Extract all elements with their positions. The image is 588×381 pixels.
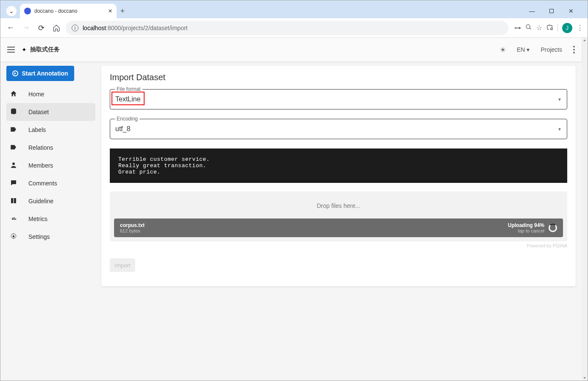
profile-avatar[interactable]: J bbox=[562, 23, 572, 33]
dropzone-text: Drop files here... bbox=[114, 202, 563, 209]
file-size: 612 bytes bbox=[120, 228, 145, 233]
sidebar-item-home[interactable]: Home bbox=[6, 85, 95, 103]
theme-toggle-icon[interactable]: ☀ bbox=[500, 46, 506, 54]
nav-forward-button[interactable]: → bbox=[20, 23, 32, 32]
sidebar-item-dataset[interactable]: Dataset bbox=[6, 103, 95, 121]
chevron-down-icon: ▼ bbox=[557, 127, 562, 132]
app-viewport: ✦ 抽取式任务 ☀ EN▾ Projects Start Annotation … bbox=[0, 38, 588, 381]
sidebar-item-metrics[interactable]: Metrics bbox=[6, 210, 95, 228]
tab-close-icon[interactable]: ✕ bbox=[108, 8, 112, 14]
window-minimize-button[interactable]: — bbox=[526, 8, 538, 14]
sidebar-item-labels[interactable]: Labels bbox=[6, 121, 95, 139]
bookmark-star-icon[interactable]: ☆ bbox=[536, 24, 542, 32]
nav-back-button[interactable]: ← bbox=[5, 23, 17, 32]
projects-link[interactable]: Projects bbox=[541, 46, 562, 53]
file-name: corpus.txt bbox=[120, 222, 145, 228]
favicon bbox=[24, 8, 31, 14]
file-format-select[interactable]: TextLine ▼ bbox=[110, 89, 567, 109]
svg-point-3 bbox=[12, 162, 15, 165]
label-icon bbox=[9, 143, 18, 152]
separator bbox=[557, 24, 558, 32]
upload-substatus: tap to cancel bbox=[518, 228, 544, 233]
window-maximize-button[interactable] bbox=[545, 8, 558, 14]
powered-by-text: Powered by PQINA bbox=[110, 243, 567, 248]
spinner-icon[interactable] bbox=[549, 224, 557, 232]
svg-line-1 bbox=[529, 28, 531, 29]
encoding-select[interactable]: utf_8 ▼ bbox=[110, 119, 567, 139]
window-close-button[interactable]: ✕ bbox=[565, 8, 577, 14]
address-bar: ← → ⟳ i localhost:8000/projects/2/datase… bbox=[0, 18, 588, 38]
comment-icon bbox=[9, 179, 18, 188]
sidebar: Start Annotation Home Dataset Labels Re bbox=[6, 66, 95, 381]
app-toolbar: ✦ 抽取式任务 ☀ EN▾ Projects bbox=[0, 38, 582, 62]
person-icon bbox=[9, 161, 18, 170]
sidebar-item-relations[interactable]: Relations bbox=[6, 139, 95, 157]
tabs-dropdown[interactable]: ⌄ bbox=[6, 6, 17, 16]
preview-panel: Terrible customer service. Really great … bbox=[110, 148, 567, 183]
sidebar-item-members[interactable]: Members bbox=[6, 157, 95, 174]
window-controls: — ✕ bbox=[526, 8, 584, 14]
menu-toggle-button[interactable] bbox=[7, 47, 15, 53]
gear-icon bbox=[9, 233, 18, 241]
brand-icon: ✦ bbox=[22, 46, 27, 53]
uploading-file-row[interactable]: corpus.txt 612 bytes Uploading 94% tap t… bbox=[114, 219, 563, 237]
zoom-icon[interactable] bbox=[525, 24, 532, 32]
dropzone[interactable]: Drop files here... corpus.txt 612 bytes … bbox=[110, 191, 567, 241]
extensions-icon[interactable] bbox=[546, 24, 553, 32]
language-selector[interactable]: EN▾ bbox=[517, 46, 529, 53]
overflow-menu-icon[interactable] bbox=[573, 46, 575, 53]
svg-point-0 bbox=[526, 25, 530, 28]
sidebar-item-comments[interactable]: Comments bbox=[6, 174, 95, 192]
book-icon bbox=[9, 197, 18, 206]
page-title: Import Dataset bbox=[110, 73, 567, 82]
svg-point-4 bbox=[13, 235, 15, 237]
database-icon bbox=[9, 108, 18, 117]
url-field[interactable]: i localhost:8000/projects/2/dataset/impo… bbox=[66, 21, 508, 35]
chevron-down-icon: ▼ bbox=[557, 97, 562, 102]
import-button[interactable]: Import bbox=[110, 258, 135, 272]
password-key-icon[interactable]: ⊶ bbox=[514, 24, 521, 32]
home-icon bbox=[9, 90, 18, 99]
chart-icon bbox=[9, 215, 18, 224]
new-tab-button[interactable]: + bbox=[117, 7, 128, 16]
tab-strip: ⌄ doccano - doccano ✕ + — ✕ bbox=[0, 4, 588, 18]
url-text: localhost:8000/projects/2/dataset/import bbox=[83, 25, 188, 31]
label-icon bbox=[9, 126, 18, 134]
file-format-label: File format bbox=[115, 86, 142, 92]
tab-title: doccano - doccano bbox=[34, 8, 105, 14]
sidebar-item-guideline[interactable]: Guideline bbox=[6, 192, 95, 210]
site-info-icon[interactable]: i bbox=[72, 25, 78, 31]
start-annotation-button[interactable]: Start Annotation bbox=[6, 66, 74, 81]
nav-reload-button[interactable]: ⟳ bbox=[35, 23, 47, 33]
main-content: Import Dataset File format TextLine ▼ En… bbox=[101, 66, 576, 286]
chrome-menu-icon[interactable]: ⋮ bbox=[577, 24, 583, 32]
project-name: 抽取式任务 bbox=[30, 46, 60, 53]
page-scrollbar[interactable] bbox=[582, 38, 588, 381]
browser-chrome: ⌄ doccano - doccano ✕ + — ✕ ← → ⟳ i loca… bbox=[0, 0, 588, 38]
upload-status: Uploading 94% bbox=[508, 222, 544, 228]
nav-home-button[interactable] bbox=[50, 24, 62, 32]
browser-tab-active[interactable]: doccano - doccano ✕ bbox=[20, 4, 117, 18]
sidebar-item-settings[interactable]: Settings bbox=[6, 228, 95, 246]
play-icon bbox=[12, 70, 18, 76]
encoding-label: Encoding bbox=[115, 116, 139, 122]
